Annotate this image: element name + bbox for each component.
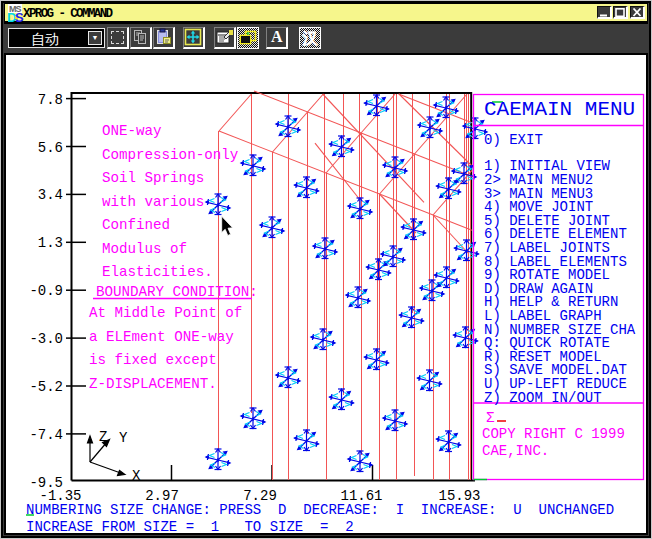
svg-text:BOUNDARY CONDITION:: BOUNDARY CONDITION: [96, 284, 258, 300]
svg-text:Σ: Σ [486, 410, 495, 426]
svg-text:0) EXIT: 0) EXIT [484, 132, 543, 148]
svg-text:Elasticities.: Elasticities. [102, 264, 213, 280]
svg-text:Confined: Confined [102, 217, 170, 233]
svg-text:NUMBERING SIZE CHANGE: PRESS: NUMBERING SIZE CHANGE: PRESS D DECREASE:… [26, 502, 614, 518]
svg-text:is fixed except: is fixed except [89, 352, 217, 368]
svg-text:7.8: 7.8 [38, 92, 63, 108]
svg-text:CAEMAIN MENU: CAEMAIN MENU [484, 98, 635, 121]
svg-text:INCREASE FROM SIZE = 1 TO S: INCREASE FROM SIZE = 1 TO SIZE = 2 [26, 519, 354, 535]
svg-text:a ELEment ONE-way: a ELEment ONE-way [89, 329, 234, 345]
svg-text:COPY RIGHT C 1999: COPY RIGHT C 1999 [482, 426, 625, 442]
svg-text:3.4: 3.4 [38, 187, 63, 203]
svg-text:-5.2: -5.2 [29, 379, 63, 395]
svg-text:-3.0: -3.0 [29, 331, 63, 347]
svg-text:5.6: 5.6 [38, 140, 63, 156]
svg-text:ONE-way: ONE-way [102, 123, 162, 139]
svg-text:-0.9: -0.9 [29, 283, 63, 299]
svg-text:1.3: 1.3 [38, 235, 63, 251]
svg-text:with various: with various [102, 194, 204, 210]
svg-text:Modulus of: Modulus of [102, 241, 187, 257]
svg-text:-7.4: -7.4 [29, 427, 63, 443]
svg-text:Z-DISPLACEMENT.: Z-DISPLACEMENT. [89, 376, 217, 392]
svg-text:CAE,INC.: CAE,INC. [482, 443, 549, 459]
svg-text:Soil Springs: Soil Springs [102, 170, 204, 186]
svg-text:At Middle Point of: At Middle Point of [89, 305, 242, 321]
svg-text:Z: Z [99, 429, 107, 445]
svg-text:Compression-only: Compression-only [102, 147, 239, 163]
svg-text:X: X [132, 468, 141, 484]
svg-text:Z) ZOOM IN/OUT: Z) ZOOM IN/OUT [484, 390, 602, 406]
svg-text:Y: Y [119, 430, 128, 446]
